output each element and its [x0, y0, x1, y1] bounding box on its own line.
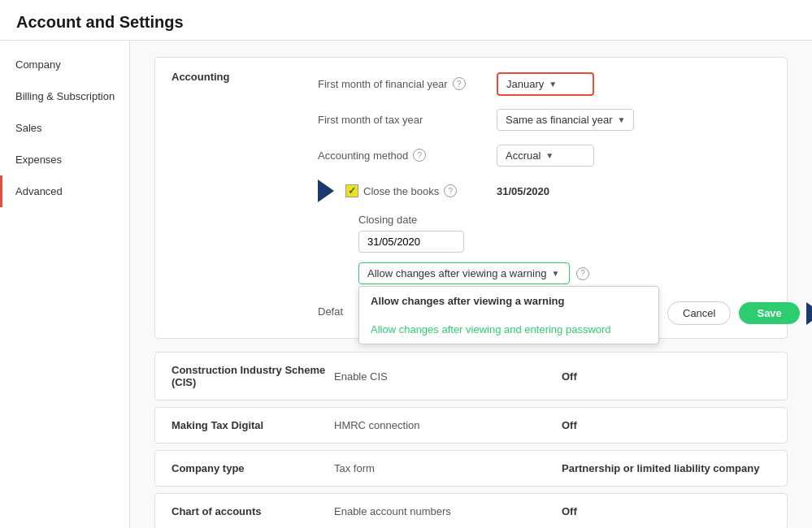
content-area: Accounting First month of financial year… [130, 41, 812, 528]
allow-changes-help-icon[interactable]: ? [576, 267, 589, 280]
cis-field: Enable CIS [334, 370, 562, 383]
chart-section: Chart of accounts Enable account numbers… [154, 493, 788, 528]
sidebar-item-company[interactable]: Company [0, 49, 129, 80]
financial-year-value: January ▼ [497, 72, 812, 96]
accounting-label: Accounting [172, 71, 318, 83]
tax-year-value: Same as financial year ▼ [497, 109, 812, 131]
accounting-method-help-icon[interactable]: ? [413, 149, 426, 162]
main-layout: Company Billing & Subscription Sales Exp… [0, 41, 812, 528]
close-books-row: ✓ Close the books ? 31/05/2020 [318, 178, 812, 204]
allow-changes-chevron-icon: ▼ [551, 269, 559, 278]
cis-value: Off [562, 370, 577, 383]
chart-field: Enable account numbers [334, 505, 562, 517]
financial-year-label: First month of financial year ? [318, 77, 497, 90]
tax-year-label: First month of tax year [318, 114, 497, 126]
chart-value: Off [562, 505, 577, 517]
accounting-section-row: Accounting First month of financial year… [155, 58, 787, 338]
accounting-section: Accounting First month of financial year… [154, 57, 788, 339]
company-type-value: Partnership or limited liability company [562, 462, 759, 474]
cancel-button[interactable]: Cancel [667, 301, 731, 325]
tax-year-row: First month of tax year Same as financia… [318, 106, 812, 132]
dropdown-option-warning[interactable]: Allow changes after viewing a warning [359, 287, 658, 315]
closing-date-label: Closing date [358, 214, 417, 226]
sidebar-item-advanced[interactable]: Advanced [0, 175, 129, 207]
tax-year-chevron-icon: ▼ [618, 115, 626, 124]
close-books-checkbox[interactable]: ✓ [345, 184, 358, 197]
cis-section: Construction Industry Scheme (CIS) Enabl… [154, 352, 788, 400]
accounting-method-select[interactable]: Accrual ▼ [497, 145, 594, 167]
allow-changes-dropdown[interactable]: Allow changes after viewing a warning ▼ … [358, 262, 570, 284]
chart-label: Chart of accounts [172, 505, 334, 517]
sidebar-item-sales[interactable]: Sales [0, 112, 129, 144]
form-buttons: Cancel Save [667, 301, 812, 325]
company-type-section: Company type Tax form Partnership or lim… [154, 450, 788, 487]
cis-label: Construction Industry Scheme (CIS) [172, 364, 334, 388]
sidebar: Company Billing & Subscription Sales Exp… [0, 41, 130, 528]
financial-year-help-icon[interactable]: ? [453, 77, 466, 90]
accounting-fields: First month of financial year ? January … [318, 71, 812, 325]
accounting-method-row: Accounting method ? Accrual ▼ [318, 142, 812, 168]
accounting-method-chevron-icon: ▼ [545, 151, 554, 160]
close-books-date: 31/05/2020 [497, 185, 812, 197]
cis-row: Construction Industry Scheme (CIS) Enabl… [155, 353, 787, 400]
allow-changes-menu: Allow changes after viewing a warning Al… [358, 286, 659, 344]
allow-changes-select[interactable]: Allow changes after viewing a warning ▼ [358, 262, 570, 284]
company-type-field: Tax form [334, 462, 562, 474]
financial-year-chevron-icon: ▼ [549, 80, 557, 89]
company-type-row: Company type Tax form Partnership or lim… [155, 451, 787, 486]
chart-row: Chart of accounts Enable account numbers… [155, 494, 787, 528]
mtd-row: Making Tax Digital HMRC connection Off [155, 408, 787, 443]
checkmark-icon: ✓ [348, 185, 356, 197]
closing-date-row: Closing date [318, 214, 812, 253]
close-books-arrow-icon [318, 180, 334, 202]
mtd-section: Making Tax Digital HMRC connection Off [154, 407, 788, 444]
dropdown-option-password[interactable]: Allow changes after viewing and entering… [359, 315, 658, 344]
sidebar-item-expenses[interactable]: Expenses [0, 144, 129, 175]
accounting-method-label: Accounting method ? [318, 149, 497, 162]
close-books-help-icon[interactable]: ? [444, 184, 457, 197]
allow-changes-row: Allow changes after viewing a warning ▼ … [318, 262, 812, 288]
close-books-label: ✓ Close the books ? [318, 180, 497, 202]
sidebar-item-billing[interactable]: Billing & Subscription [0, 80, 129, 112]
save-button[interactable]: Save [739, 302, 799, 324]
page-header: Account and Settings [0, 0, 812, 41]
page-title: Account and Settings [16, 13, 796, 32]
mtd-field: HMRC connection [334, 419, 562, 431]
page-wrapper: Account and Settings Company Billing & S… [0, 0, 812, 528]
company-type-label: Company type [172, 462, 334, 474]
mtd-value: Off [562, 419, 577, 431]
save-arrow-icon [806, 302, 812, 325]
financial-year-row: First month of financial year ? January … [318, 71, 812, 97]
financial-year-select[interactable]: January ▼ [497, 72, 594, 96]
mtd-label: Making Tax Digital [172, 419, 334, 431]
accounting-method-value: Accrual ▼ [497, 145, 812, 167]
tax-year-select[interactable]: Same as financial year ▼ [497, 109, 634, 131]
closing-date-input[interactable] [358, 231, 464, 253]
